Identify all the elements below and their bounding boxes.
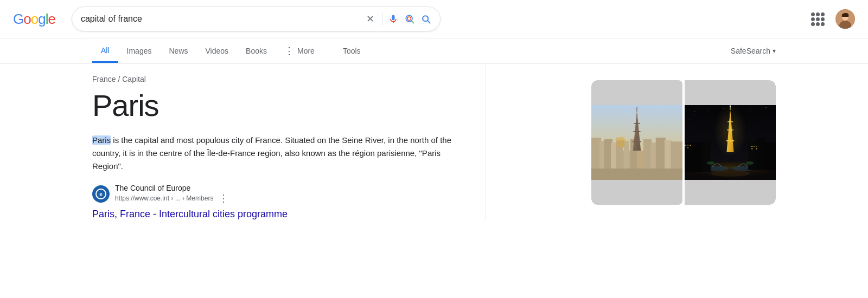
logo-o2: o [31, 11, 38, 27]
svg-rect-29 [591, 169, 682, 180]
svg-point-35 [765, 107, 766, 108]
svg-rect-53 [748, 141, 756, 170]
images-container [591, 80, 776, 205]
search-bar[interactable]: ✕ [72, 7, 441, 31]
svg-rect-40 [727, 121, 733, 122]
description: Paris is the capital and most populous c… [92, 134, 456, 173]
svg-rect-59 [751, 148, 752, 150]
logo-g: g [38, 11, 45, 27]
lens-icon[interactable] [404, 14, 415, 24]
right-panel [580, 75, 776, 220]
tab-all[interactable]: All [92, 40, 118, 63]
page-title: Paris [92, 88, 548, 123]
svg-point-3 [408, 16, 410, 17]
svg-rect-56 [751, 146, 752, 147]
grid-dot [816, 17, 820, 21]
header: Google ✕ [0, 0, 868, 38]
logo-e: e [48, 11, 55, 27]
svg-point-47 [730, 130, 731, 131]
nav-tabs: All Images News Videos Books ⋮ More Tool… [0, 38, 868, 64]
google-logo[interactable]: Google [13, 11, 55, 28]
chevron-down-icon: ▾ [773, 47, 776, 55]
svg-rect-58 [756, 146, 757, 147]
tab-tools[interactable]: Tools [334, 40, 369, 62]
tab-videos[interactable]: Videos [197, 40, 238, 62]
svg-point-69 [711, 170, 750, 177]
svg-rect-55 [764, 142, 776, 170]
svg-rect-64 [687, 145, 688, 146]
svg-rect-62 [703, 140, 711, 172]
grid-dot [816, 22, 820, 26]
search-input[interactable] [81, 14, 359, 24]
source-logo-inner: e [95, 189, 106, 199]
panel-divider [486, 64, 486, 220]
svg-rect-66 [687, 147, 688, 148]
left-panel: France / Capital Paris Paris is the capi… [92, 75, 580, 220]
grid-dot [811, 17, 815, 21]
svg-rect-21 [633, 131, 640, 132]
tab-books[interactable]: Books [237, 40, 276, 62]
svg-rect-42 [726, 140, 734, 141]
highlight-paris: Paris [92, 135, 111, 145]
svg-rect-22 [633, 141, 641, 142]
grid-dot [816, 12, 820, 16]
svg-rect-60 [756, 148, 757, 150]
header-right [809, 9, 855, 29]
source-name: The Council of Europe [115, 184, 228, 192]
svg-point-32 [707, 110, 708, 111]
paris-night-svg [685, 80, 776, 205]
svg-rect-63 [685, 145, 686, 146]
logo-o1: o [23, 11, 30, 27]
svg-point-44 [730, 106, 731, 107]
description-text: is the capital and most populous city of… [92, 135, 451, 171]
svg-point-36 [690, 120, 690, 120]
svg-point-46 [730, 122, 730, 123]
svg-rect-65 [690, 145, 691, 146]
svg-point-67 [707, 161, 714, 165]
clear-icon[interactable]: ✕ [364, 13, 376, 25]
svg-rect-57 [754, 146, 755, 147]
microphone-icon[interactable] [388, 14, 399, 24]
grid-dot [821, 22, 825, 26]
paris-night-image[interactable] [685, 80, 776, 205]
vertical-divider [382, 12, 382, 25]
svg-rect-61 [685, 142, 704, 172]
source-logo: e [92, 185, 110, 203]
paris-day-svg [591, 80, 682, 205]
logo-G: G [13, 11, 23, 27]
svg-point-31 [694, 111, 694, 112]
grid-dot [821, 12, 825, 16]
tab-news[interactable]: News [160, 40, 196, 62]
source-info: The Council of Europe https://www.coe.in… [115, 184, 228, 204]
result-link[interactable]: Paris, France - Intercultural cities pro… [92, 209, 288, 219]
source-options-icon[interactable]: ⋮ [219, 192, 228, 204]
paris-day-image[interactable] [591, 80, 682, 205]
svg-rect-41 [727, 129, 733, 131]
grid-dot [821, 17, 825, 21]
search-button-icon[interactable] [420, 14, 431, 24]
svg-line-2 [412, 21, 414, 23]
breadcrumb: France / Capital [92, 75, 548, 83]
tab-more[interactable]: ⋮ More [276, 38, 323, 63]
safesearch-toggle[interactable]: SafeSearch ▾ [731, 47, 776, 55]
source-url: https://www.coe.int › ... › Members ⋮ [115, 192, 228, 204]
svg-point-34 [750, 111, 750, 111]
grid-dot [811, 12, 815, 16]
tab-images[interactable]: Images [118, 40, 161, 62]
source-row: e The Council of Europe https://www.coe.… [92, 184, 548, 204]
svg-point-68 [746, 161, 754, 165]
svg-rect-17 [617, 140, 624, 147]
main-content: France / Capital Paris Paris is the capi… [0, 64, 868, 220]
apps-icon[interactable] [809, 10, 827, 28]
avatar[interactable] [835, 9, 855, 29]
svg-rect-20 [634, 123, 640, 124]
svg-point-45 [730, 114, 731, 115]
grid-dot [811, 22, 815, 26]
